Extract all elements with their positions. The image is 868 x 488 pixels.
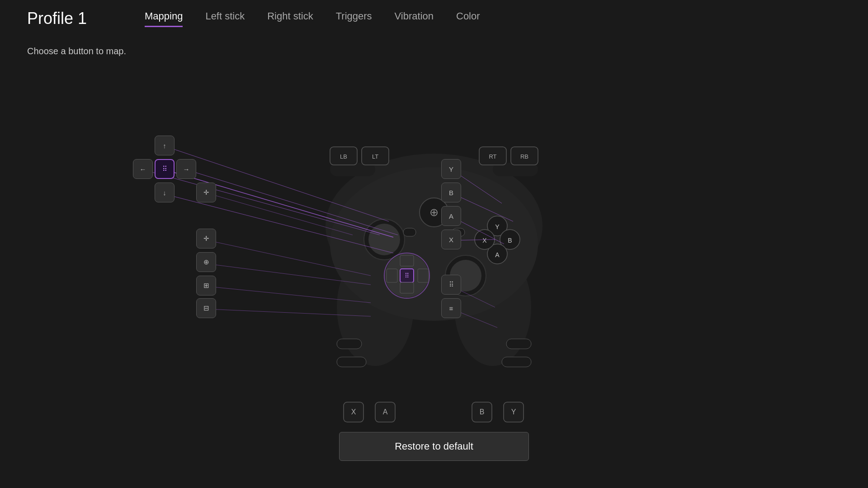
tab-vibration[interactable]: Vibration	[395, 10, 434, 27]
btn-dpad-down[interactable]: ↓	[155, 183, 175, 202]
header: Profile 1 Mapping Left stick Right stick…	[0, 0, 868, 37]
controller-overlay: ⊕ ⠿ Y B	[0, 45, 868, 474]
svg-text:RT: RT	[489, 153, 496, 160]
left-paddle-1[interactable]	[337, 339, 362, 349]
btn-dpad-v2[interactable]: ✛	[196, 229, 216, 249]
btn-dpad-center[interactable]: ⠿	[155, 159, 175, 179]
svg-text:A: A	[495, 251, 500, 258]
btn-paddle-r2[interactable]: ≡	[441, 298, 461, 318]
view-button[interactable]	[403, 228, 416, 236]
btn-b-right[interactable]: B	[441, 183, 461, 202]
right-paddle-2[interactable]	[502, 357, 531, 367]
btn-dpad-v3[interactable]: ⊕	[196, 252, 216, 272]
svg-text:A: A	[383, 408, 388, 416]
tab-color[interactable]: Color	[456, 10, 480, 27]
btn-dpad-v5[interactable]: ⊟	[196, 298, 216, 318]
right-paddle-1[interactable]	[506, 339, 531, 349]
controller-body-group: ⊕ ⠿ Y B	[326, 147, 542, 422]
svg-text:⠿: ⠿	[405, 272, 409, 279]
tab-right-stick[interactable]: Right stick	[267, 10, 313, 27]
btn-paddle-r1[interactable]: ⠿	[441, 275, 461, 295]
btn-dpad-v1[interactable]: ✛	[196, 183, 216, 202]
svg-text:X: X	[351, 408, 356, 416]
tab-triggers[interactable]: Triggers	[336, 10, 372, 27]
dpad-left[interactable]	[387, 269, 397, 282]
btn-y-right[interactable]: Y	[441, 159, 461, 179]
svg-text:Y: Y	[511, 408, 516, 416]
svg-text:B: B	[480, 408, 485, 416]
btn-x-right[interactable]: X	[441, 230, 461, 249]
profile-title: Profile 1	[27, 9, 118, 28]
dpad-right[interactable]	[418, 269, 429, 282]
tabs-nav: Mapping Left stick Right stick Triggers …	[145, 10, 480, 27]
btn-dpad-left[interactable]: ←	[133, 159, 153, 179]
tab-mapping[interactable]: Mapping	[145, 10, 183, 27]
svg-text:LB: LB	[340, 153, 347, 160]
svg-text:RB: RB	[520, 153, 528, 160]
left-paddle-2[interactable]	[337, 357, 366, 367]
dpad-up[interactable]	[400, 255, 414, 266]
svg-text:Y: Y	[495, 223, 500, 230]
btn-dpad-up[interactable]: ↑	[155, 136, 175, 155]
svg-text:⊕: ⊕	[429, 206, 439, 218]
svg-text:LT: LT	[372, 153, 378, 160]
svg-text:X: X	[482, 237, 487, 244]
tab-left-stick[interactable]: Left stick	[205, 10, 245, 27]
btn-dpad-right[interactable]: →	[176, 159, 196, 179]
controller-diagram-svg: ⊕ ⠿ Y B	[0, 45, 868, 438]
dpad-down[interactable]	[400, 282, 414, 293]
restore-default-button[interactable]: Restore to default	[339, 432, 529, 461]
btn-dpad-v4[interactable]: ⊞	[196, 276, 216, 296]
btn-a-right[interactable]: A	[441, 206, 461, 226]
svg-text:B: B	[508, 237, 512, 244]
